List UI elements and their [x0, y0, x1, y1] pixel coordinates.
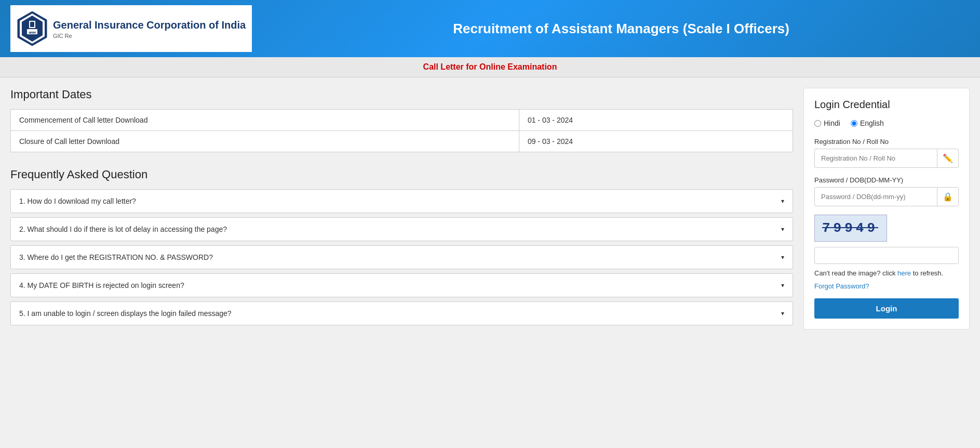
page-header: आपका General Insurance Corporation of In… [0, 0, 980, 57]
svg-rect-4 [30, 22, 34, 27]
login-title: Login Credential [814, 99, 959, 111]
table-row: Commencement of Call letter Download01 -… [11, 110, 793, 131]
faq-question[interactable]: 1. How do I download my call letter? ▾ [11, 190, 793, 213]
chevron-down-icon: ▾ [781, 282, 784, 289]
table-row: Closure of Call letter Download09 - 03 -… [11, 131, 793, 152]
chevron-down-icon: ▾ [781, 254, 784, 261]
logo-text: General Insurance Corporation of India G… [53, 19, 246, 39]
main-content: Important Dates Commencement of Call let… [0, 77, 980, 340]
faq-question[interactable]: 4. My DATE OF BIRTH is rejected on login… [11, 274, 793, 297]
pass-input-wrapper: 🔒 [814, 187, 959, 206]
chevron-down-icon: ▾ [781, 226, 784, 233]
faq-question-text: 4. My DATE OF BIRTH is rejected on login… [19, 281, 184, 289]
date-value: 01 - 03 - 2024 [519, 110, 793, 131]
date-label: Closure of Call letter Download [11, 131, 519, 152]
chevron-down-icon: ▾ [781, 197, 784, 205]
edit-icon: ✏️ [937, 149, 958, 167]
login-button[interactable]: Login [814, 298, 959, 319]
faq-question-text: 1. How do I download my call letter? [19, 197, 136, 205]
language-options: Hindi English [814, 119, 959, 127]
faq-title: Frequently Asked Question [10, 168, 793, 181]
important-dates-title: Important Dates [10, 88, 793, 101]
faq-question-text: 3. Where do I get the REGISTRATION NO. &… [19, 253, 213, 261]
gic-logo-icon: आपका [17, 10, 48, 47]
faq-question[interactable]: 2. What should I do if there is lot of d… [11, 218, 793, 241]
forgot-password-link[interactable]: Forgot Password? [814, 282, 959, 290]
date-value: 09 - 03 - 2024 [519, 131, 793, 152]
reg-field-label: Registration No / Roll No [814, 138, 959, 146]
lang-hindi-radio[interactable] [814, 120, 821, 127]
dates-table: Commencement of Call letter Download01 -… [10, 109, 793, 152]
faq-list: 1. How do I download my call letter? ▾ 2… [10, 189, 793, 325]
lang-hindi-label: Hindi [824, 119, 840, 127]
captcha-input[interactable] [814, 247, 959, 264]
date-label: Commencement of Call letter Download [11, 110, 519, 131]
pass-input[interactable] [815, 188, 937, 206]
login-panel: Login Credential Hindi English Registrat… [803, 88, 970, 330]
chevron-down-icon: ▾ [781, 310, 784, 317]
faq-question[interactable]: 3. Where do I get the REGISTRATION NO. &… [11, 246, 793, 269]
lang-hindi-option[interactable]: Hindi [814, 119, 840, 127]
reg-input[interactable] [815, 149, 937, 167]
captcha-refresh-link[interactable]: here [897, 269, 911, 277]
faq-item[interactable]: 5. I am unable to login / screen display… [10, 301, 793, 325]
lang-english-label: English [860, 119, 884, 127]
logo-box: आपका General Insurance Corporation of In… [10, 5, 252, 52]
left-panel: Important Dates Commencement of Call let… [10, 88, 803, 330]
faq-item[interactable]: 2. What should I do if there is lot of d… [10, 217, 793, 241]
reg-input-wrapper: ✏️ [814, 149, 959, 168]
page-title: Recruitment of Assistant Managers (Scale… [252, 21, 970, 37]
faq-question-text: 2. What should I do if there is lot of d… [19, 225, 227, 233]
sub-header-text: Call Letter for Online Examination [423, 62, 557, 71]
logo-subtitle: GIC Re [53, 33, 246, 39]
captcha-refresh-text: Can't read the image? click here to refr… [814, 269, 959, 277]
logo-company-name: General Insurance Corporation of India [53, 19, 246, 31]
sub-header-banner: Call Letter for Online Examination [0, 57, 980, 77]
faq-item[interactable]: 4. My DATE OF BIRTH is rejected on login… [10, 273, 793, 297]
faq-question[interactable]: 5. I am unable to login / screen display… [11, 302, 793, 325]
captcha-image: 79949 [814, 215, 887, 242]
faq-question-text: 5. I am unable to login / screen display… [19, 309, 232, 318]
lock-icon: 🔒 [937, 188, 958, 206]
lang-english-radio[interactable] [851, 120, 857, 127]
faq-item[interactable]: 1. How do I download my call letter? ▾ [10, 189, 793, 213]
svg-text:आपका: आपका [29, 31, 36, 34]
faq-item[interactable]: 3. Where do I get the REGISTRATION NO. &… [10, 245, 793, 269]
lang-english-option[interactable]: English [851, 119, 884, 127]
pass-field-label: Password / DOB(DD-MM-YY) [814, 176, 959, 184]
